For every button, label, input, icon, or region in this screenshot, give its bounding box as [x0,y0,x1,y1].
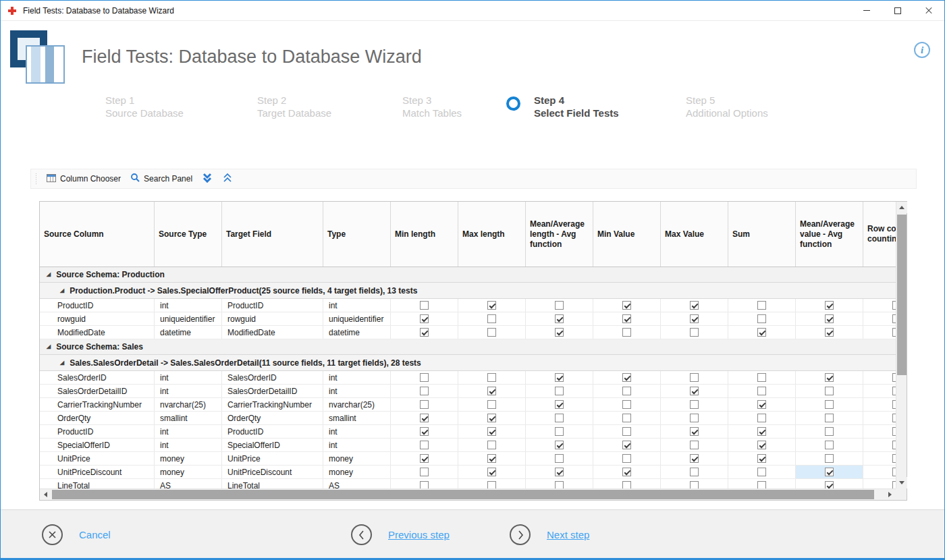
test-checkbox[interactable] [555,328,564,337]
column-header[interactable]: Mean/Average length - Avg function [526,202,593,267]
test-checkbox[interactable] [825,454,834,463]
test-checkbox[interactable] [757,328,766,337]
test-checkbox[interactable] [757,373,766,382]
test-checkbox[interactable] [487,441,496,449]
grid-row[interactable]: rowguiduniqueidentifierrowguiduniqueiden… [40,312,896,326]
grid-row[interactable]: ModifiedDatedatetimeModifiedDatedatetime [40,326,896,339]
column-header[interactable]: Min Value [593,202,661,267]
cancel-button[interactable]: Cancel [42,524,111,545]
test-checkbox[interactable] [690,400,699,409]
test-checkbox[interactable] [757,301,766,310]
test-checkbox[interactable] [555,400,564,409]
test-checkbox[interactable] [825,400,834,409]
test-checkbox[interactable] [757,314,766,323]
test-checkbox[interactable] [622,387,631,395]
column-header[interactable]: Type [323,202,391,267]
test-checkbox[interactable] [555,314,564,323]
test-checkbox[interactable] [555,301,564,310]
group-row[interactable]: ◢Source Schema: Production [40,267,896,283]
test-checkbox[interactable] [420,400,429,409]
horizontal-scrollbar-thumb[interactable] [52,490,874,499]
scroll-down-button[interactable] [896,477,907,488]
next-step-button[interactable]: Next step [510,524,589,545]
test-checkbox[interactable] [690,387,699,395]
test-checkbox[interactable] [690,454,699,463]
table-group-row[interactable]: ◢Sales.SalesOrderDetail -> Sales.SalesOr… [40,355,896,371]
test-checkbox[interactable] [757,387,766,395]
test-checkbox[interactable] [757,414,766,422]
test-checkbox[interactable] [420,373,429,382]
test-checkbox[interactable] [622,427,631,436]
test-checkbox[interactable] [420,481,429,488]
table-group-row[interactable]: ◢Production.Product -> Sales.SpecialOffe… [40,283,896,299]
test-checkbox[interactable] [690,301,699,310]
test-checkbox[interactable] [555,441,564,449]
test-checkbox[interactable] [420,441,429,449]
test-checkbox[interactable] [690,481,699,488]
test-checkbox[interactable] [622,454,631,463]
test-checkbox[interactable] [690,468,699,476]
test-checkbox[interactable] [555,414,564,422]
column-header[interactable]: Source Column [40,202,155,267]
test-checkbox[interactable] [487,387,496,395]
test-checkbox[interactable] [487,301,496,310]
test-checkbox[interactable] [622,301,631,310]
test-checkbox[interactable] [622,468,631,476]
test-checkbox[interactable] [487,400,496,409]
test-checkbox[interactable] [420,454,429,463]
column-header[interactable]: Mean/Average value - Avg function [796,202,863,267]
toolbar-grip-handle[interactable] [34,173,37,185]
test-checkbox[interactable] [825,481,834,488]
test-checkbox[interactable] [487,454,496,463]
grid-row[interactable]: UnitPriceDiscountmoneyUnitPriceDiscountm… [40,466,896,479]
expand-all-button[interactable] [197,170,217,188]
minimize-button[interactable] [851,1,882,20]
test-checkbox[interactable] [555,373,564,382]
scroll-left-button[interactable] [40,489,51,500]
column-chooser-button[interactable]: Column Chooser [41,170,126,188]
group-row[interactable]: ◢Source Schema: Sales [40,339,896,355]
horizontal-scrollbar[interactable] [40,488,896,500]
grid-row[interactable]: SpecialOfferIDintSpecialOfferIDint [40,439,896,452]
grid-row[interactable]: ProductIDintProductIDint [40,425,896,439]
test-checkbox[interactable] [825,468,834,476]
test-checkbox[interactable] [487,373,496,382]
column-header[interactable]: Sum [728,202,796,267]
column-header[interactable]: Min length [391,202,458,267]
grid-row[interactable]: OrderQtysmallintOrderQtysmallint [40,412,896,425]
column-header[interactable]: Source Type [155,202,222,267]
column-header[interactable]: Max length [458,202,526,267]
grid-row[interactable]: SalesOrderDetailIDintSalesOrderDetailIDi… [40,385,896,398]
close-button[interactable] [913,1,944,20]
grid-row[interactable]: ProductIDintProductIDint [40,299,896,312]
info-icon[interactable]: i [914,42,930,58]
group-expand-icon[interactable]: ◢ [47,344,51,349]
test-checkbox[interactable] [555,468,564,476]
test-checkbox[interactable] [487,468,496,476]
test-checkbox[interactable] [420,427,429,436]
test-checkbox[interactable] [487,427,496,436]
test-checkbox[interactable] [757,468,766,476]
test-checkbox[interactable] [757,441,766,449]
test-checkbox[interactable] [622,441,631,449]
test-checkbox[interactable] [690,441,699,449]
test-checkbox[interactable] [757,427,766,436]
test-checkbox[interactable] [690,414,699,422]
grid-row[interactable]: UnitPricemoneyUnitPricemoney [40,452,896,466]
scroll-right-button[interactable] [884,489,896,500]
test-checkbox[interactable] [690,373,699,382]
test-checkbox[interactable] [420,328,429,337]
test-checkbox[interactable] [622,481,631,488]
test-checkbox[interactable] [622,414,631,422]
previous-step-button[interactable]: Previous step [351,524,450,545]
test-checkbox[interactable] [825,427,834,436]
test-checkbox[interactable] [622,373,631,382]
test-checkbox[interactable] [757,481,766,488]
test-checkbox[interactable] [825,301,834,310]
test-checkbox[interactable] [420,314,429,323]
group-expand-icon[interactable]: ◢ [47,272,51,277]
column-header[interactable]: Row count not counting null [863,202,896,267]
test-checkbox[interactable] [825,387,834,395]
test-checkbox[interactable] [757,454,766,463]
test-checkbox[interactable] [690,427,699,436]
